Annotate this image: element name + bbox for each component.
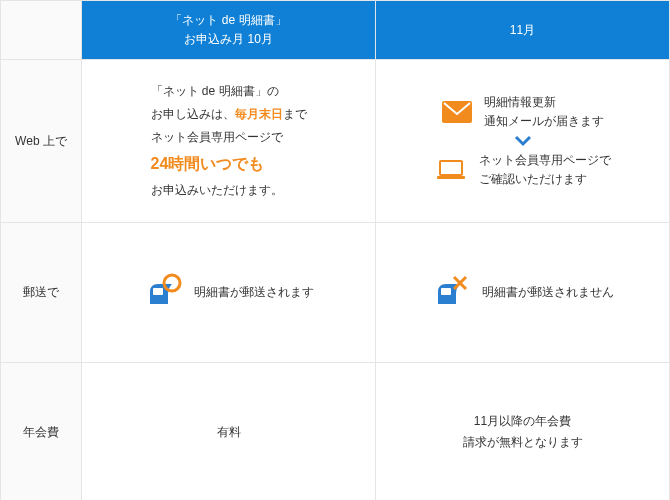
svg-rect-5	[441, 288, 451, 295]
schedule-table: 「ネット de 明細書」 お申込み月 10月 11月 Web 上で 「ネット d…	[0, 0, 670, 500]
header-rowhead	[1, 1, 81, 59]
row-mail: 郵送で 明細書が郵送されます	[1, 222, 669, 362]
envelope-icon	[442, 101, 472, 123]
svg-point-4	[164, 275, 180, 291]
cell-mail-november: 明細書が郵送されません	[375, 223, 669, 362]
header-oct-line1: 「ネット de 明細書」	[170, 13, 286, 27]
rowhead-mail: 郵送で	[1, 223, 81, 362]
svg-rect-2	[437, 176, 465, 179]
cell-fee-october: 有料	[81, 363, 375, 500]
header-nov-label: 11月	[510, 21, 535, 40]
header-col-november: 11月	[375, 1, 669, 59]
mailbox-no-icon	[432, 272, 472, 312]
header-oct-line2: お申込み月 10月	[184, 32, 273, 46]
step-mail: 明細情報更新 通知メールが届きます	[442, 93, 604, 131]
mailbox-yes-icon	[144, 272, 184, 312]
step-page: ネット会員専用ページで ご確認いただけます	[435, 151, 611, 189]
svg-rect-3	[153, 288, 163, 295]
fee-free-line2: 請求が無料となります	[463, 435, 583, 449]
laptop-icon	[435, 159, 467, 181]
header-col-october: 「ネット de 明細書」 お申込み月 10月	[81, 1, 375, 59]
header-row: 「ネット de 明細書」 お申込み月 10月 11月	[1, 1, 669, 59]
row-web: Web 上で 「ネット de 明細書」の お申し込みは、毎月末日まで ネット会員…	[1, 59, 669, 222]
chevron-down-icon	[514, 135, 532, 147]
svg-rect-1	[440, 161, 462, 175]
cell-web-october: 「ネット de 明細書」の お申し込みは、毎月末日まで ネット会員専用ページで …	[81, 60, 375, 222]
fee-paid-text: 有料	[217, 425, 241, 439]
row-fee: 年会費 有料 11月以降の年会費 請求が無料となります	[1, 362, 669, 500]
rowhead-web: Web 上で	[1, 60, 81, 222]
fee-free-line1: 11月以降の年会費	[474, 414, 571, 428]
web-apply-text: 「ネット de 明細書」の お申し込みは、毎月末日まで ネット会員専用ページで …	[151, 80, 307, 202]
mail-no-text: 明細書が郵送されません	[482, 284, 614, 301]
rowhead-fee: 年会費	[1, 363, 81, 500]
cell-fee-november: 11月以降の年会費 請求が無料となります	[375, 363, 669, 500]
cell-web-november: 明細情報更新 通知メールが届きます ネット会員専用ページで ご確認いただけます	[375, 60, 669, 222]
mail-yes-text: 明細書が郵送されます	[194, 284, 314, 301]
cell-mail-october: 明細書が郵送されます	[81, 223, 375, 362]
